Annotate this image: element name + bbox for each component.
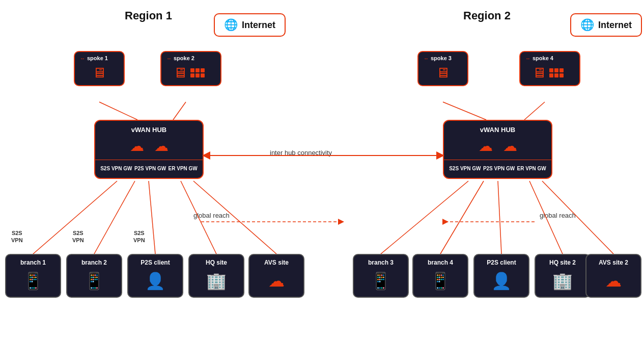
node-hq-site-2-label: HQ site 2	[549, 259, 576, 266]
spoke-4-label: spoke 4	[533, 55, 553, 61]
globe-icon-2: 🌐	[580, 18, 594, 32]
svg-line-11	[498, 181, 501, 254]
hub-1-gw-s2s: S2S VPN GW	[100, 165, 132, 172]
internet-box-2: 🌐 Internet	[570, 13, 642, 37]
person-icon-2: 👤	[491, 271, 512, 291]
vpn-label-1: S2SVPN	[11, 229, 23, 244]
node-branch-2: branch 2 📱	[66, 254, 122, 298]
spoke-1-label: spoke 1	[87, 55, 108, 61]
device-icon-3: 📱	[371, 271, 391, 291]
node-branch-4-label: branch 4	[428, 259, 453, 266]
hub-2: vWAN HUB ☁ ☁ S2S VPN GW P2S VPN GW ER VP…	[443, 120, 552, 179]
hub-1-cloud-icon-1: ☁	[130, 138, 144, 154]
node-branch-3: branch 3 📱	[353, 254, 409, 298]
node-branch-1: branch 1 📱	[5, 254, 61, 298]
node-branch-1-label: branch 1	[20, 259, 46, 266]
node-p2s-client-1-label: P2S client	[141, 259, 170, 266]
region-2-label: Region 2	[463, 9, 511, 22]
building-icon-1: 🏢	[206, 271, 227, 291]
global-reach-label-1: global reach	[193, 212, 230, 219]
internet-label-2: Internet	[598, 20, 632, 31]
node-branch-2-label: branch 2	[81, 259, 107, 266]
spoke-2-label: spoke 2	[174, 55, 194, 61]
hub-2-gw-s2s: S2S VPN GW	[449, 165, 481, 172]
vpn-label-2: S2SVPN	[72, 229, 84, 244]
svg-line-0	[99, 102, 137, 120]
svg-line-10	[440, 181, 484, 254]
device-icon-4: 📱	[430, 271, 451, 291]
node-hq-site-1-label: HQ site	[206, 259, 227, 266]
device-icon-2: 📱	[84, 271, 104, 291]
hub-1-title: vWAN HUB	[95, 121, 203, 136]
svg-line-3	[524, 102, 545, 120]
monitor-icon-2: 🖥	[173, 64, 187, 81]
monitor-icon-1: 🖥	[92, 64, 106, 81]
node-avs-site-1: AVS site ☁	[248, 254, 304, 298]
internet-box-1: 🌐 Internet	[214, 13, 286, 37]
hub-2-cloud-icon-1: ☁	[479, 138, 493, 154]
spoke-1: ↔ spoke 1 🖥	[74, 51, 125, 86]
diagram: Region 1 Region 2 🌐 Internet 🌐 Internet …	[0, 0, 644, 337]
node-p2s-client-1: P2S client 👤	[127, 254, 183, 298]
monitor-icon-3: 🖥	[436, 64, 450, 81]
svg-line-1	[173, 102, 186, 120]
node-p2s-client-2: P2S client 👤	[473, 254, 529, 298]
node-avs-site-2: AVS site 2 ☁	[585, 254, 641, 298]
hub-2-cloud-icon-2: ☁	[503, 138, 517, 154]
cloud-icon-1: ☁	[268, 271, 285, 291]
svg-line-9	[381, 181, 468, 254]
spoke-4: ↔ spoke 4 🖥	[519, 51, 580, 86]
node-avs-site-1-label: AVS site	[264, 259, 289, 266]
internet-label-1: Internet	[242, 20, 275, 31]
hub-1: vWAN HUB ☁ ☁ S2S VPN GW P2S VPN GW ER VP…	[94, 120, 204, 179]
inter-hub-label: inter hub connectivity	[270, 149, 332, 157]
svg-line-2	[443, 102, 486, 120]
svg-line-5	[94, 181, 135, 254]
monitor-icon-4: 🖥	[532, 64, 546, 81]
hub-1-cloud-icon-2: ☁	[154, 138, 169, 154]
node-hq-site-2: HQ site 2 🏢	[535, 254, 591, 298]
node-hq-site-1: HQ site 🏢	[188, 254, 244, 298]
device-icon-1: 📱	[23, 271, 43, 291]
cloud-icon-2: ☁	[605, 271, 622, 291]
hub-2-gw-er: ER VPN GW	[517, 165, 546, 172]
hub-1-gw-p2s: P2S VPN GW	[134, 165, 166, 172]
global-reach-label-2: global reach	[540, 212, 576, 219]
svg-line-6	[149, 181, 155, 254]
spoke-3: ↔ spoke 3 🖥	[417, 51, 468, 86]
node-avs-site-2-label: AVS site 2	[599, 259, 628, 266]
hub-2-gw-p2s: P2S VPN GW	[483, 165, 515, 172]
spoke-3-label: spoke 3	[431, 55, 452, 61]
vpn-label-3: S2SVPN	[133, 229, 145, 244]
node-p2s-client-2-label: P2S client	[487, 259, 516, 266]
node-branch-4: branch 4 📱	[412, 254, 468, 298]
person-icon-1: 👤	[145, 271, 165, 291]
region-1-label: Region 1	[125, 9, 172, 22]
globe-icon-1: 🌐	[224, 18, 238, 32]
building-icon-2: 🏢	[552, 271, 573, 291]
hub-2-title: vWAN HUB	[444, 121, 551, 136]
hub-1-gw-er: ER VPN GW	[169, 165, 198, 172]
node-branch-3-label: branch 3	[368, 259, 394, 266]
spoke-2: ↔ spoke 2 🖥	[160, 51, 221, 86]
